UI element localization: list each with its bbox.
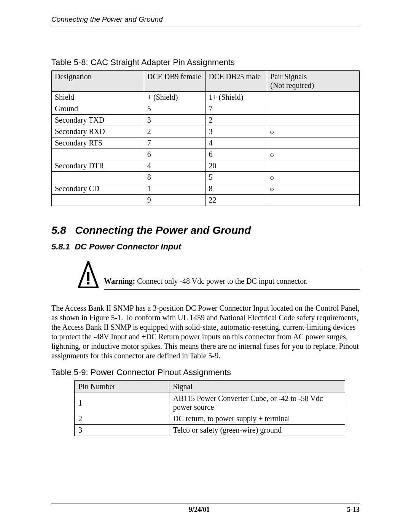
cell-db25: 3 — [206, 126, 267, 137]
subsection-number: 5.8.1 — [51, 242, 70, 251]
cell-pair-signal — [267, 115, 360, 126]
cell-designation — [52, 172, 144, 183]
circle-mark-icon — [270, 131, 274, 134]
footer-rule — [51, 503, 360, 503]
cell-db25: 2 — [206, 115, 267, 126]
pair-signals-line1: Pair Signals — [270, 72, 307, 81]
cell-pair-signal — [267, 92, 360, 103]
pair-signals-line2: (Not required) — [270, 81, 314, 89]
circle-mark-icon — [270, 153, 274, 157]
cell-pin-number: 2 — [75, 413, 169, 425]
table-row: 2DC return, to power supply + terminal — [75, 413, 345, 425]
col-pin-number: Pin Number — [75, 381, 169, 393]
cell-db9: 1 — [144, 183, 206, 195]
warning-triangle-icon — [78, 261, 99, 290]
header-rule — [51, 27, 360, 27]
body-paragraph: The Access Bank II SNMP has a 3-position… — [51, 304, 360, 361]
cell-signal: Telco or safety (green-wire) ground — [169, 425, 345, 436]
section-title: Connecting the Power and Ground — [75, 224, 251, 236]
table-row: Secondary DTR420 — [52, 160, 360, 172]
table-row: Secondary RTS74 — [52, 137, 360, 149]
cell-pair-signal — [267, 149, 360, 160]
cell-pair-signal — [267, 103, 360, 115]
cell-db9: 5 — [144, 103, 206, 115]
table-row: 3Telco or safety (green-wire) ground — [75, 425, 345, 436]
col-pair-signals: Pair Signals (Not required) — [267, 71, 360, 92]
table-row: Secondary RXD23 — [52, 126, 360, 137]
cell-db25: 8 — [206, 183, 267, 195]
cell-pair-signal — [267, 195, 360, 206]
cell-designation: Secondary TXD — [52, 115, 144, 126]
table-5-9-caption: Table 5-9: Power Connector Pinout Assign… — [51, 367, 360, 377]
col-designation: Designation — [52, 71, 144, 92]
table-row: 85 — [52, 172, 360, 183]
footer-date: 9/24/01 — [51, 506, 347, 514]
subsection-title: DC Power Connector Input — [75, 242, 181, 251]
footer-page-number: 5-13 — [347, 506, 360, 514]
col-db9: DCE DB9 female — [144, 71, 206, 92]
section-number: 5.8 — [51, 224, 66, 236]
cell-db9: 3 — [144, 115, 206, 126]
subsection-heading: 5.8.1 DC Power Connector Input — [51, 242, 360, 252]
warning-text: Warning: Connect only -48 Vdc power to t… — [104, 269, 360, 289]
circle-mark-icon — [270, 188, 274, 191]
cell-db25: 1+ (Shield) — [206, 92, 267, 103]
table-5-9: Pin Number Signal 1AB115 Power Converter… — [74, 380, 345, 436]
table-row: Secondary CD18 — [52, 183, 360, 195]
table-row: Ground57 — [52, 103, 360, 115]
circle-mark-icon — [270, 176, 274, 180]
cell-signal: AB115 Power Converter Cube, or -42 to -5… — [169, 393, 345, 413]
cell-pin-number: 3 — [75, 425, 169, 436]
cell-db25: 20 — [206, 160, 267, 172]
svg-rect-2 — [87, 282, 89, 284]
table-row: 1AB115 Power Converter Cube, or -42 to -… — [75, 393, 345, 413]
col-signal: Signal — [169, 381, 345, 393]
warning-message: Connect only -48 Vdc power to the DC inp… — [135, 277, 307, 285]
cell-pair-signal — [267, 183, 360, 195]
col-db25: DCE DB25 male — [206, 71, 267, 92]
cell-pair-signal — [267, 137, 360, 149]
cell-designation: Secondary DTR — [52, 160, 144, 172]
table-header-row: Designation DCE DB9 female DCE DB25 male… — [52, 71, 360, 92]
table-5-8: Designation DCE DB9 female DCE DB25 male… — [51, 70, 360, 206]
cell-db9: 4 — [144, 160, 206, 172]
cell-db9: 7 — [144, 137, 206, 149]
table-row: Shield+ (Shield)1+ (Shield) — [52, 92, 360, 103]
cell-db9: 6 — [144, 149, 206, 160]
cell-pair-signal — [267, 126, 360, 137]
cell-designation: Secondary RTS — [52, 137, 144, 149]
cell-db25: 22 — [206, 195, 267, 206]
cell-pin-number: 1 — [75, 393, 169, 413]
table-row: 922 — [52, 195, 360, 206]
section-heading: 5.8 Connecting the Power and Ground — [51, 224, 360, 236]
cell-db25: 7 — [206, 103, 267, 115]
warning-label: Warning: — [104, 277, 135, 285]
cell-pair-signal — [267, 172, 360, 183]
svg-rect-1 — [87, 272, 89, 281]
running-header: Connecting the Power and Ground — [51, 15, 360, 24]
cell-designation — [52, 195, 144, 206]
table-row: Secondary TXD32 — [52, 115, 360, 126]
cell-db25: 5 — [206, 172, 267, 183]
warning-block: Warning: Connect only -48 Vdc power to t… — [78, 261, 360, 290]
table-row: 66 — [52, 149, 360, 160]
cell-db9: 2 — [144, 126, 206, 137]
cell-designation: Secondary RXD — [52, 126, 144, 137]
table-5-8-caption: Table 5-8: CAC Straight Adapter Pin Assi… — [51, 58, 360, 67]
cell-designation: Secondary CD — [52, 183, 144, 195]
cell-pair-signal — [267, 160, 360, 172]
cell-db9: + (Shield) — [144, 92, 206, 103]
cell-db25: 6 — [206, 149, 267, 160]
warning-bottom-rule — [104, 289, 360, 290]
table-header-row: Pin Number Signal — [75, 381, 345, 393]
cell-designation — [52, 149, 144, 160]
cell-designation: Ground — [52, 103, 144, 115]
cell-signal: DC return, to power supply + terminal — [169, 413, 345, 425]
page-footer: 9/24/01 5-13 — [51, 503, 360, 514]
cell-db25: 4 — [206, 137, 267, 149]
cell-db9: 8 — [144, 172, 206, 183]
cell-db9: 9 — [144, 195, 206, 206]
cell-designation: Shield — [52, 92, 144, 103]
